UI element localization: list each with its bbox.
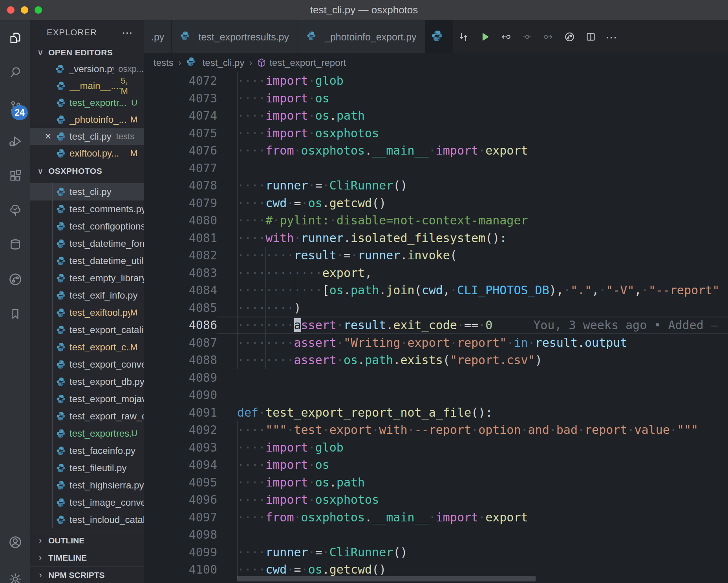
horizontal-scrollbar[interactable] xyxy=(237,576,536,581)
line-number[interactable]: 4087 xyxy=(144,334,217,352)
tab-test-exportresults[interactable]: test_exportresults.py xyxy=(172,20,298,53)
code-line[interactable]: 4092····"""·test·export·with·--report·op… xyxy=(144,421,728,439)
code-line[interactable]: 4083············export, xyxy=(144,264,728,282)
file-tree-item[interactable]: test_cli.py xyxy=(30,183,144,200)
sidebar-section-npm-scripts[interactable]: ›NPM SCRIPTS xyxy=(30,566,144,583)
file-tree-item[interactable]: test_export_mojave... xyxy=(30,390,144,408)
settings-gear-icon[interactable] xyxy=(0,562,30,583)
close-window-button[interactable] xyxy=(7,6,15,14)
file-tree-item[interactable]: test_exiftool.pyM xyxy=(30,304,144,321)
code-line[interactable]: 4090 xyxy=(144,386,728,404)
file-tree-item[interactable]: test_export_db.py xyxy=(30,373,144,390)
line-number[interactable]: 4094 xyxy=(144,456,217,474)
file-tree-item[interactable]: test_exif_info.py xyxy=(30,287,144,304)
sidebar-section-outline[interactable]: ›OUTLINE xyxy=(30,532,144,549)
line-number[interactable]: 4096 xyxy=(144,491,217,509)
line-number[interactable]: 4093 xyxy=(144,439,217,457)
line-number[interactable]: 4095 xyxy=(144,474,217,492)
file-tree-item[interactable]: test_configoptions.... xyxy=(30,218,144,235)
code-line[interactable]: 4082········result·=·runner.invoke( xyxy=(144,247,728,264)
previous-change-icon[interactable] xyxy=(501,32,511,42)
project-section-header[interactable]: ∨ OSXPHOTOS xyxy=(30,162,144,180)
file-tree-item[interactable]: test_export_conver... xyxy=(30,356,144,373)
code-line[interactable]: 4095····import·os.path xyxy=(144,474,728,492)
zoom-window-button[interactable] xyxy=(35,6,42,14)
line-number[interactable]: 4073 xyxy=(144,90,217,107)
file-tree-item[interactable]: test_comments.py xyxy=(30,200,144,218)
line-number[interactable]: 4084 xyxy=(144,282,217,299)
line-number[interactable]: 4090 xyxy=(144,386,217,404)
extensions-icon[interactable] xyxy=(0,159,30,193)
next-change-icon[interactable] xyxy=(543,32,554,42)
file-tree-item[interactable]: test_datetime_form... xyxy=(30,235,144,252)
gitlens-icon[interactable] xyxy=(0,262,30,297)
code-line[interactable]: 4079····cwd·=·os.getcwd() xyxy=(144,195,728,212)
code-line[interactable]: 4091def·test_export_report_not_a_file(): xyxy=(144,404,728,422)
open-editor-item[interactable]: test_exportr...U xyxy=(30,94,144,111)
database-icon[interactable] xyxy=(0,228,30,262)
testing-tree-icon[interactable] xyxy=(0,193,30,228)
sidebar-section-timeline[interactable]: ›TIMELINE xyxy=(30,549,144,566)
line-number[interactable]: 4080 xyxy=(144,212,217,230)
code-line[interactable]: 4073····import·os xyxy=(144,90,728,107)
source-control-icon[interactable]: 24 xyxy=(0,89,30,124)
minimize-window-button[interactable] xyxy=(21,6,28,14)
file-tree-item[interactable]: test_export_raw_ca... xyxy=(30,408,144,425)
code-editor[interactable]: 4072····import·glob4073····import·os4074… xyxy=(144,72,728,583)
line-number[interactable]: 4082 xyxy=(144,247,217,264)
line-number[interactable]: 4099 xyxy=(144,544,217,561)
line-number[interactable]: 4074 xyxy=(144,107,217,125)
open-changes-icon[interactable] xyxy=(458,32,469,42)
code-line[interactable]: 4077 xyxy=(144,160,728,177)
gitlens-graph-icon[interactable] xyxy=(564,32,575,42)
python-interpreter-button[interactable] xyxy=(426,20,453,53)
code-line[interactable]: 4072····import·glob xyxy=(144,72,728,90)
file-tree-item[interactable]: test_incloud_catali... xyxy=(30,511,144,528)
file-tree-item[interactable]: test_datetime_utils.... xyxy=(30,252,144,270)
open-editor-item[interactable]: _version.pyosxp... xyxy=(30,60,144,77)
code-line[interactable]: 4099····runner·=·CliRunner() xyxy=(144,544,728,561)
line-number[interactable]: 4072 xyxy=(144,72,217,90)
account-icon[interactable] xyxy=(0,525,30,559)
file-tree-item[interactable]: test_faceinfo.py xyxy=(30,442,144,459)
line-number[interactable]: 4076 xyxy=(144,142,217,160)
code-line[interactable]: 4096····import·osxphotos xyxy=(144,491,728,509)
code-line[interactable]: 4084············[os.path.join(cwd,·CLI_P… xyxy=(144,282,728,299)
code-line[interactable]: 4081····with·runner.isolated_filesystem(… xyxy=(144,230,728,247)
open-editor-item[interactable]: exiftool.py...M xyxy=(30,145,144,162)
line-number[interactable]: 4078 xyxy=(144,177,217,195)
code-line[interactable]: 4076····from·osxphotos.__main__·import·e… xyxy=(144,142,728,160)
code-line[interactable]: 4093····import·glob xyxy=(144,439,728,457)
open-editors-header[interactable]: ∨ OPEN EDITORS xyxy=(30,45,144,60)
breadcrumb-item-file[interactable]: test_cli.py xyxy=(186,57,245,69)
line-number[interactable]: 4098 xyxy=(144,526,217,544)
line-number[interactable]: 4085 xyxy=(144,299,217,317)
code-line[interactable]: 4088········assert·os.path.exists("repor… xyxy=(144,352,728,369)
file-tree-item[interactable]: test_empty_library_... xyxy=(30,270,144,287)
open-editor-item[interactable]: _photoinfo_...M xyxy=(30,111,144,128)
file-tree-item[interactable]: test_export_catalin... xyxy=(30,321,144,339)
explorer-icon[interactable] xyxy=(0,20,30,55)
more-actions-icon[interactable]: ⋯ xyxy=(607,32,617,42)
search-icon[interactable] xyxy=(0,55,30,89)
file-tree-item[interactable]: test_image_convert... xyxy=(30,494,144,511)
line-number[interactable]: 4100 xyxy=(144,561,217,579)
sidebar-more-actions-icon[interactable]: ⋯ xyxy=(122,26,134,39)
code-line[interactable]: 4075····import·osxphotos xyxy=(144,125,728,142)
line-number[interactable]: 4079 xyxy=(144,195,217,212)
line-number[interactable]: 4077 xyxy=(144,160,217,177)
code-line[interactable]: 4098 xyxy=(144,526,728,544)
file-tree-item[interactable]: test_exportres...U xyxy=(30,425,144,442)
tab-test-cli[interactable]: .py xyxy=(144,20,172,53)
tab-photoinfo-export[interactable]: _photoinfo_export.py xyxy=(298,20,426,53)
line-number[interactable]: 4097 xyxy=(144,509,217,527)
open-editor-item[interactable]: ✕ test_cli.pytests xyxy=(30,128,144,145)
close-icon[interactable]: ✕ xyxy=(44,131,56,142)
bookmarks-icon[interactable] xyxy=(0,297,30,331)
open-editor-item[interactable]: __main__....5, M xyxy=(30,77,144,94)
line-number[interactable]: 4086 xyxy=(144,317,217,334)
run-file-icon[interactable] xyxy=(479,32,490,42)
line-number[interactable]: 4088 xyxy=(144,352,217,369)
code-line[interactable]: 4089 xyxy=(144,369,728,387)
line-number[interactable]: 4091 xyxy=(144,404,217,422)
